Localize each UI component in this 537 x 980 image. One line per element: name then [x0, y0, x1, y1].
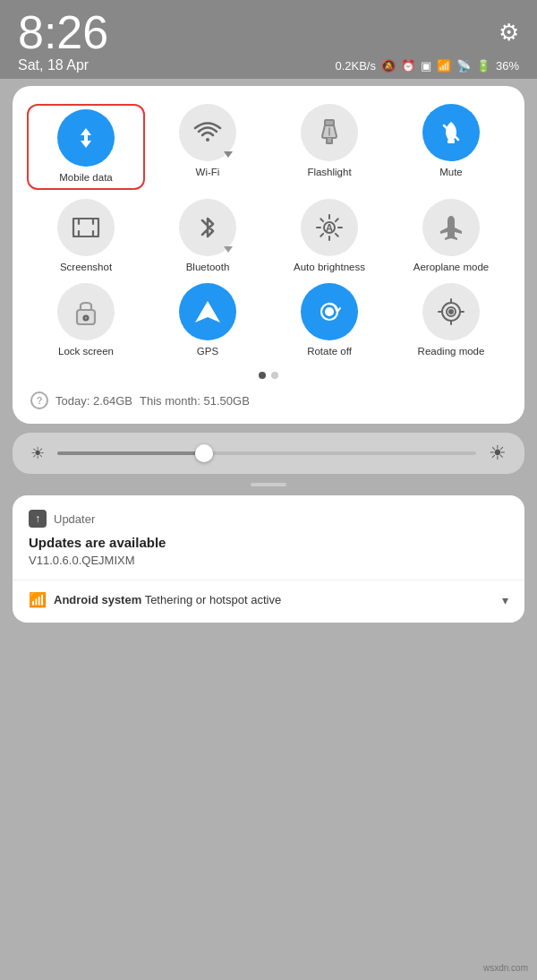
toggle-aeroplane[interactable]: Aeroplane mode: [392, 199, 510, 274]
toggle-lock-screen[interactable]: Lock screen: [27, 283, 145, 358]
notification-card: ↑ Updater Updates are available V11.0.6.…: [13, 495, 524, 623]
reading-mode-circle: [422, 283, 480, 340]
wifi-status-icon: 📡: [456, 59, 471, 73]
quick-settings-panel: Mobile data Wi-Fi: [13, 86, 524, 424]
toggle-bluetooth[interactable]: Bluetooth: [149, 199, 267, 274]
notif-subtitle: V11.0.6.0.QEJMIXM: [29, 554, 508, 567]
notif-divider: [13, 580, 524, 580]
status-bar: 8:26 ⚙ Sat, 18 Apr 0.2KB/s 🔕 ⏰ ▣ 📶 📡 🔋 3…: [0, 0, 537, 79]
gps-circle: [179, 283, 236, 340]
wifi-label: Wi-Fi: [196, 167, 220, 179]
android-system-icon: 📶: [29, 591, 47, 608]
lock-screen-label: Lock screen: [58, 346, 114, 358]
svg-line-10: [320, 219, 323, 221]
auto-brightness-circle: A: [301, 199, 358, 256]
notif-footer-text: Android system Tethering or hotspot acti…: [54, 593, 281, 606]
notification-header: ↑ Updater: [29, 510, 508, 528]
brightness-thumb[interactable]: [195, 444, 213, 462]
toggle-wifi[interactable]: Wi-Fi: [149, 104, 267, 190]
svg-line-11: [336, 234, 338, 236]
data-usage-icon: ?: [30, 391, 48, 409]
toggle-reading-mode[interactable]: Reading mode: [392, 283, 510, 358]
screenshot-label: Screenshot: [60, 262, 112, 274]
toggle-mute[interactable]: Mute: [392, 104, 510, 190]
bluetooth-label: Bluetooth: [186, 262, 230, 274]
updater-icon: ↑: [29, 510, 47, 528]
svg-point-16: [84, 315, 89, 320]
brightness-low-icon: ☀: [30, 443, 45, 463]
lock-screen-circle: [57, 283, 115, 340]
reading-mode-label: Reading mode: [418, 346, 485, 358]
mute-circle: [422, 104, 480, 161]
svg-point-18: [326, 308, 333, 315]
auto-brightness-label: Auto brightness: [294, 262, 365, 274]
status-icons: 0.2KB/s 🔕 ⏰ ▣ 📶 📡 🔋 36%: [335, 59, 519, 73]
sim-icon: ▣: [421, 59, 431, 73]
bluetooth-circle: [179, 199, 236, 256]
flashlight-label: Flashlight: [307, 167, 351, 179]
signal-icon: 📶: [437, 59, 451, 73]
brightness-high-icon: ☀: [489, 442, 507, 465]
chevron-down-icon[interactable]: ▾: [502, 593, 508, 607]
toggle-gps[interactable]: GPS: [149, 283, 267, 358]
rotate-off-circle: [301, 283, 358, 340]
wifi-circle: [179, 104, 236, 161]
svg-line-13: [320, 234, 323, 236]
rotate-off-label: Rotate off: [307, 346, 352, 358]
clock: 8:26: [18, 9, 108, 56]
aeroplane-label: Aeroplane mode: [413, 262, 489, 274]
notif-app-name: Updater: [54, 512, 95, 526]
aeroplane-circle: [422, 199, 480, 256]
date-label: Sat, 18 Apr: [18, 57, 89, 73]
brightness-track[interactable]: [57, 451, 476, 455]
footer-detail: Tethering or hotspot active: [145, 593, 281, 606]
notif-footer: 📶 Android system Tethering or hotspot ac…: [29, 591, 508, 608]
toggle-screenshot[interactable]: Screenshot: [27, 199, 145, 274]
toggle-rotate-off[interactable]: Rotate off: [270, 283, 388, 358]
mute-icon: 🔕: [381, 59, 396, 73]
battery-icon: 🔋: [476, 59, 490, 73]
gps-label: GPS: [197, 346, 218, 358]
svg-line-12: [336, 219, 338, 221]
watermark: wsxdn.com: [483, 963, 528, 973]
data-usage: ? Today: 2.64GB This month: 51.50GB: [27, 391, 510, 409]
page-dots: [27, 372, 510, 379]
battery-percent: 36%: [496, 59, 519, 73]
network-speed: 0.2KB/s: [335, 59, 376, 73]
mobile-data-circle: [57, 109, 115, 167]
month-usage: This month: 51.50GB: [140, 394, 250, 408]
svg-point-21: [449, 310, 453, 314]
svg-text:A: A: [326, 222, 333, 233]
svg-rect-2: [448, 140, 455, 143]
toggle-mobile-data[interactable]: Mobile data: [27, 104, 145, 190]
notif-title: Updates are available: [29, 535, 508, 550]
drag-handle[interactable]: [251, 483, 286, 486]
settings-icon[interactable]: ⚙: [499, 19, 519, 47]
today-usage: Today: 2.64GB: [55, 394, 132, 408]
brightness-fill: [57, 451, 204, 455]
alarm-icon: ⏰: [401, 59, 415, 73]
dot-2: [271, 372, 278, 379]
toggle-auto-brightness[interactable]: A Auto brightness: [270, 199, 388, 274]
toggle-grid: Mobile data Wi-Fi: [27, 104, 510, 357]
svg-rect-4: [73, 219, 98, 236]
screenshot-circle: [57, 199, 115, 256]
mute-label: Mute: [439, 167, 463, 179]
toggle-flashlight[interactable]: Flashlight: [270, 104, 388, 190]
brightness-slider-container: ☀ ☀: [13, 433, 524, 474]
mobile-data-label: Mobile data: [59, 172, 112, 185]
flashlight-circle: [301, 104, 358, 161]
dot-1: [259, 372, 266, 379]
